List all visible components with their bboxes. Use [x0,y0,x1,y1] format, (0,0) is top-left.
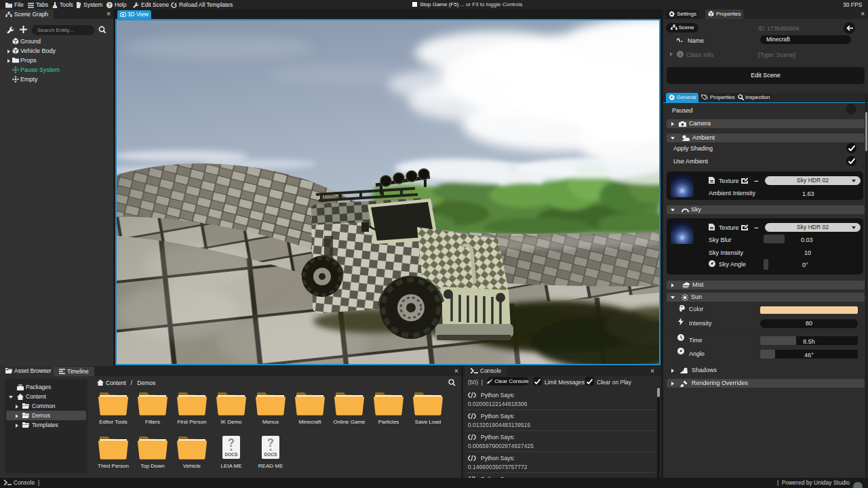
svg-text:?: ? [108,3,111,7]
svg-text:?: ? [267,437,274,449]
svg-text:i: i [679,52,681,58]
svg-text:DOCS: DOCS [264,452,277,457]
svg-text:?: ? [228,437,235,449]
svg-text:DOCS: DOCS [225,452,238,457]
